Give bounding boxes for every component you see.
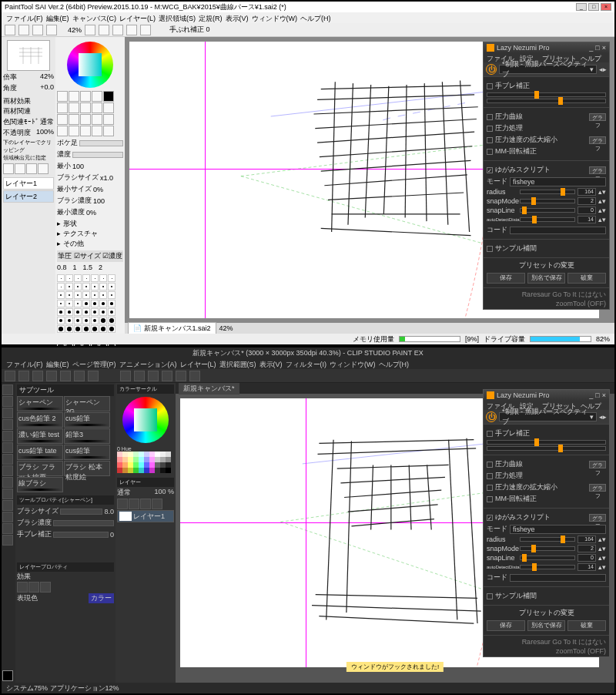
- param-value[interactable]: 164: [578, 188, 596, 196]
- brush-item[interactable]: ブラシ フラット線画: [17, 461, 63, 476]
- swatch[interactable]: [128, 462, 133, 468]
- swatch[interactable]: [139, 452, 144, 457]
- tool[interactable]: [103, 102, 114, 113]
- chk[interactable]: [487, 126, 493, 132]
- fg-color[interactable]: [2, 670, 13, 681]
- brush-size-dot[interactable]: [57, 274, 65, 282]
- brush-size-dot[interactable]: [99, 308, 107, 316]
- lnp-min[interactable]: _: [589, 391, 593, 399]
- swatch[interactable]: [128, 468, 133, 473]
- tool[interactable]: [103, 126, 114, 136]
- tool-button[interactable]: [126, 25, 137, 35]
- spin[interactable]: ▴▾: [598, 545, 606, 552]
- save-button[interactable]: 保存: [487, 620, 525, 631]
- tool-button[interactable]: [134, 371, 145, 381]
- param-slider[interactable]: [520, 199, 575, 203]
- sample-checkbox[interactable]: [487, 593, 493, 599]
- menu-select[interactable]: 選択領域(S): [159, 14, 196, 22]
- swatch[interactable]: [144, 462, 149, 468]
- lnp-max[interactable]: □: [595, 44, 599, 52]
- mode-dropdown[interactable]: fisheye: [510, 525, 606, 534]
- chk[interactable]: [487, 496, 493, 502]
- graph-btn[interactable]: グラフ: [589, 514, 606, 522]
- layer-item[interactable]: レイヤー1: [117, 510, 174, 522]
- code-field[interactable]: [510, 227, 606, 234]
- chk[interactable]: [487, 462, 493, 468]
- brush-size-dot[interactable]: [65, 283, 73, 290]
- color-square[interactable]: [134, 408, 157, 431]
- tool-button[interactable]: [46, 371, 57, 381]
- brush-size-dot[interactable]: [57, 300, 65, 307]
- minsize-value[interactable]: 0%: [93, 186, 103, 193]
- brush-size-dot[interactable]: [99, 274, 107, 282]
- swatch[interactable]: [139, 468, 144, 473]
- tool[interactable]: [2, 454, 13, 465]
- swatch[interactable]: [133, 468, 139, 473]
- tool[interactable]: [80, 114, 91, 125]
- size-value[interactable]: x1.0: [100, 174, 113, 182]
- tool[interactable]: [69, 114, 79, 125]
- graph-btn[interactable]: グラフ: [589, 136, 606, 144]
- brush-size-dot[interactable]: [108, 325, 116, 333]
- param-value[interactable]: 14: [578, 563, 596, 571]
- graph-btn[interactable]: グラフ: [589, 113, 606, 121]
- slider[interactable]: [487, 92, 606, 97]
- guide-vertical[interactable]: [205, 42, 206, 318]
- spin[interactable]: ▴▾: [598, 197, 606, 205]
- swatch[interactable]: [133, 457, 139, 462]
- tool[interactable]: [2, 500, 13, 511]
- slider[interactable]: [487, 99, 606, 103]
- swatch[interactable]: [117, 462, 122, 468]
- lazy-nezumi-panel[interactable]: Lazy Nezumi Pro_□× ファイル (F)設定 (S)プリセット (…: [483, 389, 610, 657]
- tool[interactable]: [92, 91, 102, 102]
- menu-view[interactable]: 表示(V): [259, 360, 283, 368]
- tool[interactable]: [2, 489, 13, 499]
- spin[interactable]: ▴▾: [598, 188, 606, 196]
- swatch[interactable]: [122, 468, 128, 473]
- tool-button[interactable]: [60, 371, 71, 381]
- swatch[interactable]: [160, 457, 166, 462]
- menu-file[interactable]: ファイル(F): [6, 14, 43, 22]
- close-button[interactable]: ×: [601, 3, 611, 11]
- tool[interactable]: [2, 512, 13, 522]
- spin[interactable]: ▴▾: [598, 536, 606, 543]
- power-button[interactable]: ⏻: [486, 411, 497, 422]
- fx-btn[interactable]: [17, 582, 28, 593]
- lazy-nezumi-panel[interactable]: Lazy Nezumi Pro_□× ファイル (F)設定 (S)プリセット (…: [483, 42, 610, 310]
- stabilizer-label[interactable]: 手ぶれ補正 0: [169, 25, 210, 35]
- swatch[interactable]: [155, 457, 160, 462]
- menu-select[interactable]: 選択範囲(S): [219, 360, 256, 368]
- brush-size-dot[interactable]: [65, 308, 73, 316]
- brush-size-dot[interactable]: [74, 283, 82, 290]
- swatch[interactable]: [166, 462, 171, 468]
- brush-size-dot[interactable]: [57, 283, 65, 290]
- tool[interactable]: [2, 523, 13, 534]
- tool[interactable]: [69, 126, 79, 136]
- param-value[interactable]: 2: [578, 197, 596, 205]
- brush-size-dot[interactable]: [91, 274, 99, 282]
- param-slider[interactable]: [520, 565, 575, 569]
- brush-size-dot[interactable]: [99, 325, 107, 333]
- brush-size-dot[interactable]: [108, 274, 116, 282]
- layer-button[interactable]: [15, 163, 25, 174]
- brush-size-dot[interactable]: [99, 300, 107, 307]
- menu-layer[interactable]: レイヤー(L): [119, 14, 156, 22]
- brush-size-dot[interactable]: [65, 274, 73, 282]
- swatch[interactable]: [139, 457, 144, 462]
- canvas-tab[interactable]: 📄 新規キャンバス1.sai2: [128, 322, 216, 334]
- graph-btn[interactable]: グラフ: [589, 461, 606, 468]
- rect-tool[interactable]: [69, 91, 79, 102]
- brush-size-dot[interactable]: [57, 325, 65, 333]
- brush-size-dot[interactable]: [82, 308, 90, 316]
- menu-edit[interactable]: 編集(E): [46, 14, 69, 22]
- swatch[interactable]: [149, 457, 155, 462]
- tool[interactable]: [103, 114, 114, 125]
- graph-btn[interactable]: グラフ: [589, 166, 606, 174]
- swatch[interactable]: [117, 468, 122, 473]
- param-value[interactable]: 0: [578, 206, 596, 214]
- brush-size-dot[interactable]: [74, 317, 82, 324]
- param-slider[interactable]: [520, 546, 575, 551]
- tool-button[interactable]: [120, 371, 131, 381]
- brush-size-dot[interactable]: [91, 291, 99, 299]
- menu-filter[interactable]: フィルター(I): [286, 360, 327, 368]
